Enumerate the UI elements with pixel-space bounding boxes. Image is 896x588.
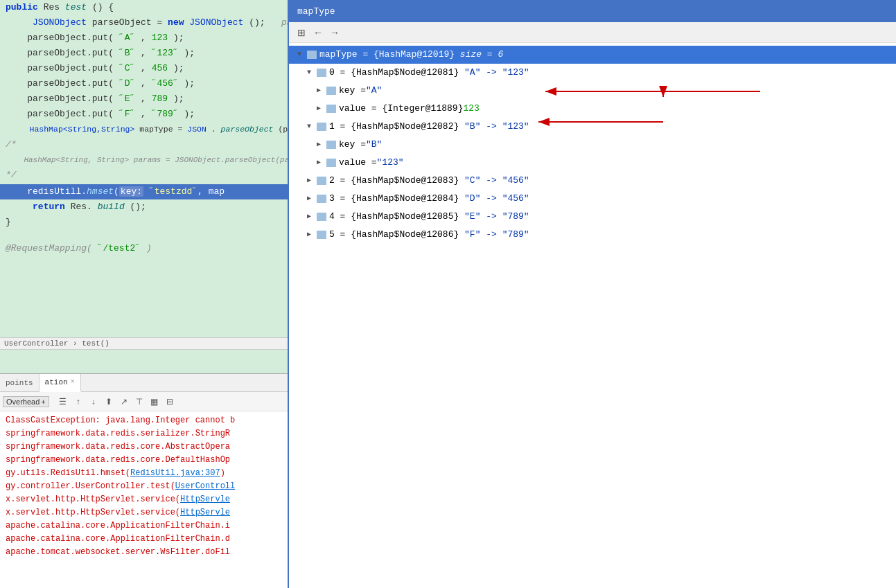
tree-entry-5-row[interactable]: 5 = {HashMap$Node@12086} "F" -> "789"	[289, 226, 896, 244]
entry-5-toggle[interactable]	[304, 230, 314, 240]
code-line-annotation: @RequestMapping( ˝/test2˝ )	[0, 241, 288, 256]
breadcrumb-controller: UserController	[4, 339, 68, 348]
back-button[interactable]: ←	[311, 26, 325, 39]
entry-1-value-str: "123"	[377, 155, 404, 170]
toolbar-icon-5[interactable]: ↗	[117, 395, 131, 409]
entry-1-label: 1 = {HashMap$Node@12082}	[329, 119, 464, 134]
entry-2-kv: "C" -> "456"	[464, 173, 529, 188]
debug-header: mapType	[289, 0, 896, 22]
entry-0-value-toggle[interactable]	[314, 104, 324, 114]
entry-1-key-value: "B"	[366, 137, 382, 152]
root-icon	[307, 51, 317, 59]
entry-1-toggle[interactable]	[304, 122, 314, 132]
code-line-12: */	[0, 168, 288, 183]
panel-divider	[288, 0, 289, 588]
redis-util-link[interactable]: RedisUtil.java:307	[130, 468, 220, 478]
code-line-15: }	[0, 215, 288, 230]
entry-0-value-row[interactable]: value = {Integer@11889} 123	[289, 100, 896, 118]
toolbar-icon-3[interactable]: ↓	[87, 395, 100, 409]
tree-entry-1: 1 = {HashMap$Node@12082} "B" -> "123" ke…	[289, 118, 896, 172]
code-line-14: return Res. build ();	[0, 199, 288, 215]
entry-1-kv: "B" -> "123"	[464, 119, 529, 134]
tree-root[interactable]: mapType = {HashMap@12019} size = 6	[289, 46, 896, 64]
code-line-9: HashMap<String,String> mapType = JSON . …	[0, 122, 288, 137]
entry-3-label: 3 = {HashMap$Node@12084}	[329, 191, 464, 206]
console-line-6: gy.controller.UserController.test(UserCo…	[6, 480, 282, 493]
console-line-5: gy.utils.RedisUtil.hmset(RedisUtil.java:…	[6, 467, 282, 480]
entry-0-key-toggle[interactable]	[314, 86, 324, 96]
overhead-button[interactable]: Overhead +	[3, 396, 49, 407]
entry-4-label: 4 = {HashMap$Node@12085}	[329, 209, 464, 224]
tree-entry-1-row[interactable]: 1 = {HashMap$Node@12082} "B" -> "123"	[289, 118, 896, 136]
console-line-4: springframework.data.redis.core.DefaultH…	[6, 454, 282, 467]
root-toggle[interactable]	[295, 50, 304, 60]
code-line-8: parseObject.put( ˝F˝ , ˝789˝ );	[0, 107, 288, 122]
console-line-2: springframework.data.redis.serializer.St…	[6, 427, 282, 440]
entry-0-label: 0 = {HashMap$Node@12081}	[329, 65, 464, 80]
httpservlet-link-2[interactable]: HttpServle	[180, 508, 230, 517]
tab-ation[interactable]: ation ×	[39, 374, 81, 392]
console-line-11: apache.tomcat.websocket.server.WsFilter.…	[6, 546, 282, 559]
entry-1-key-toggle[interactable]	[314, 140, 324, 150]
code-line-5: parseObject.put( ˝C˝ , 456 );	[0, 61, 288, 76]
console-output: ClassCastException: java.lang.Integer ca…	[0, 411, 288, 588]
debug-tree: mapType = {HashMap@12019} size = 6 0 = {…	[289, 43, 896, 247]
entry-0-kv: "A" -> "123"	[464, 65, 529, 80]
console-line-1: ClassCastException: java.lang.Integer ca…	[6, 414, 282, 427]
entry-1-value-label: value =	[339, 155, 377, 170]
code-line-13: redisUtill.hmset(key: ˝testzdd˝, map	[0, 184, 288, 199]
toolbar-icon-8[interactable]: ⊟	[163, 395, 177, 409]
entry-0-value-label: value = {Integer@11889}	[339, 101, 463, 116]
breadcrumb: UserController › test()	[0, 337, 288, 350]
toolbar-icon-4[interactable]: ⬆	[102, 395, 116, 409]
console-line-8: x.servlet.http.HttpServlet.service(HttpS…	[6, 506, 282, 519]
user-controller-link[interactable]: UserControll	[175, 481, 235, 491]
entry-0-toggle[interactable]	[304, 68, 314, 78]
toolbar-icon-6[interactable]: ⊤	[132, 395, 146, 409]
entry-4-toggle[interactable]	[304, 212, 314, 222]
entry-0-value-number: 123	[463, 101, 479, 116]
debug-toolbar: ⊞ ← →	[289, 22, 896, 43]
tab-points[interactable]: points	[0, 374, 39, 392]
console-line-3: springframework.data.redis.core.Abstract…	[6, 440, 282, 454]
root-label: mapType = {HashMap@12019}	[319, 47, 460, 62]
root-size: size = 6	[460, 47, 503, 62]
entry-4-kv: "E" -> "789"	[464, 209, 529, 224]
console-line-9: apache.catalina.core.ApplicationFilterCh…	[6, 519, 282, 533]
entry-2-label: 2 = {HashMap$Node@12083}	[329, 173, 464, 188]
code-line-7: parseObject.put( ˝E˝ , 789 );	[0, 91, 288, 107]
entry-1-value-toggle[interactable]	[314, 158, 324, 168]
toolbar-icon-2[interactable]: ↑	[71, 395, 85, 409]
entry-1-key-label: key =	[339, 137, 366, 152]
debug-panel: mapType ⊞ ← → mapType = {HashMap@12019} …	[288, 0, 896, 588]
code-line-6: parseObject.put( ˝D˝ , ˝456˝ );	[0, 76, 288, 91]
tree-entry-4-row[interactable]: 4 = {HashMap$Node@12085} "E" -> "789"	[289, 208, 896, 226]
entry-1-value-row[interactable]: value = "123"	[289, 154, 896, 172]
forward-button[interactable]: →	[328, 26, 342, 39]
entry-2-toggle[interactable]	[304, 176, 314, 186]
entry-0-key-row[interactable]: key = "A"	[289, 82, 896, 100]
debug-title: mapType	[297, 6, 335, 17]
toolbar-icon-1[interactable]: ☰	[56, 395, 70, 409]
entry-1-key-row[interactable]: key = "B"	[289, 136, 896, 154]
bottom-tabs: points ation ×	[0, 374, 288, 392]
tree-entry-2-row[interactable]: 2 = {HashMap$Node@12083} "C" -> "456"	[289, 172, 896, 190]
toolbar-icon-7[interactable]: ▦	[148, 395, 161, 409]
entry-5-kv: "F" -> "789"	[464, 227, 529, 242]
code-line-3: parseObject.put( ˝A˝ , 123 );	[0, 30, 288, 46]
code-line-10: /*	[0, 137, 288, 152]
code-line-11: HashMap<String, String> params = JSONObj…	[0, 152, 288, 168]
bottom-panel: points ation × Overhead + ☰ ↑ ↓ ⬆ ↗ ⊤ ▦ …	[0, 373, 288, 588]
code-line-4: parseObject.put( ˝B˝ , ˝123˝ );	[0, 46, 288, 61]
tree-entry-0-row[interactable]: 0 = {HashMap$Node@12081} "A" -> "123"	[289, 64, 896, 82]
httpservlet-link-1[interactable]: HttpServle	[180, 495, 230, 504]
debug-console-toolbar: Overhead + ☰ ↑ ↓ ⬆ ↗ ⊤ ▦ ⊟	[0, 392, 288, 411]
tree-entry-3-row[interactable]: 3 = {HashMap$Node@12084} "D" -> "456"	[289, 190, 896, 208]
toolbar-icon-copy[interactable]: ⊞	[295, 26, 308, 39]
breadcrumb-method: test()	[82, 339, 109, 348]
code-line-1: public Res test () {	[0, 0, 288, 15]
entry-5-label: 5 = {HashMap$Node@12086}	[329, 227, 464, 242]
entry-3-toggle[interactable]	[304, 194, 314, 204]
console-line-7: x.servlet.http.HttpServlet.service(HttpS…	[6, 493, 282, 506]
entry-3-kv: "D" -> "456"	[464, 191, 529, 206]
